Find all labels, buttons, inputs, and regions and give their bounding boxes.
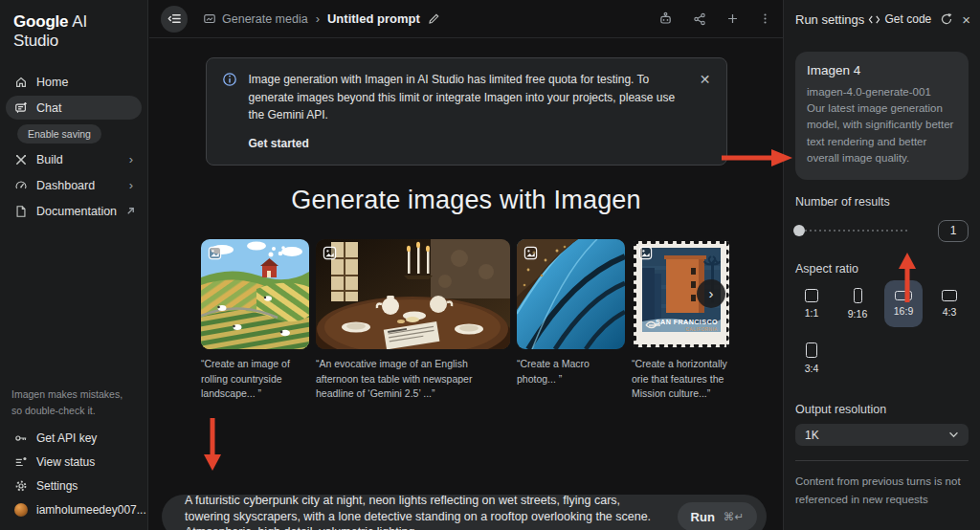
gallery-next-button[interactable]: › <box>697 279 725 308</box>
sidebar-item-label: Documentation <box>36 205 117 218</box>
main-area: Generate media › Untitled prompt <box>149 0 783 530</box>
account-button[interactable]: iamholumeedey007... <box>6 498 142 520</box>
results-value-input[interactable] <box>938 220 969 242</box>
user-avatar <box>14 503 28 517</box>
number-of-results-label: Number of results <box>795 195 969 209</box>
breadcrumb-section-label: Generate media <box>222 12 308 26</box>
home-icon <box>14 76 28 89</box>
key-icon <box>14 431 28 445</box>
get-started-link[interactable]: Get started <box>249 137 309 150</box>
banner-close-icon[interactable]: ✕ <box>698 71 713 151</box>
output-resolution-select[interactable]: 1K <box>795 424 969 446</box>
results-slider[interactable] <box>795 230 910 232</box>
model-id: imagen-4.0-generate-001 <box>807 86 957 98</box>
tea-table-photo <box>316 239 510 349</box>
breadcrumb-separator: › <box>316 11 320 26</box>
aspect-3-4-icon <box>806 342 817 358</box>
aspect-1-1-icon <box>805 289 818 302</box>
collapse-sidebar-button[interactable] <box>161 6 188 33</box>
settings-button[interactable]: Settings <box>6 475 142 497</box>
info-icon <box>222 72 237 87</box>
sidebar-item-documentation[interactable]: Documentation <box>6 199 142 223</box>
model-disclaimer: Imagen makes mistakes, so double-check i… <box>11 386 136 419</box>
aspect-4-3-icon <box>942 290 957 301</box>
enable-saving-button[interactable]: Enable saving <box>17 124 101 144</box>
get-api-key-button[interactable]: Get API key <box>6 427 142 449</box>
aspect-16-9-icon <box>895 291 912 300</box>
breadcrumb: Generate media › Untitled prompt <box>203 11 440 26</box>
brand-google: Google <box>13 12 68 31</box>
model-name: Imagen 4 <box>807 63 957 77</box>
add-icon[interactable] <box>726 12 739 25</box>
code-icon <box>868 14 880 25</box>
aspect-ratio-options: 1:1 9:16 16:9 4:3 3:4 <box>792 280 980 382</box>
example-caption: “An evocative image of an English aftern… <box>316 357 510 402</box>
prompt-title: Untitled prompt <box>327 11 420 26</box>
banner-message: Image generation with Imagen in AI Studi… <box>249 71 686 124</box>
example-gallery: SAN FRANCISCO CALIFORNIA › <box>149 239 783 349</box>
example-caption: “Create a Macro photog... ” <box>517 357 625 402</box>
run-button[interactable]: Run ⌘↵ <box>678 502 757 530</box>
build-tools-icon <box>14 153 28 166</box>
sidebar-item-build[interactable]: Build › <box>6 147 142 171</box>
example-card-countryside[interactable] <box>201 239 309 349</box>
output-resolution-label: Output resolution <box>795 403 969 416</box>
sidebar-item-label: Chat <box>36 101 61 115</box>
aspect-ratio-label: Aspect ratio <box>795 262 969 276</box>
run-settings-panel: Run settings Get code × Imagen 4 imagen-… <box>783 0 980 530</box>
more-options-icon[interactable] <box>759 12 771 25</box>
collapse-sidebar-icon <box>167 11 182 26</box>
quota-banner: Image generation with Imagen in AI Studi… <box>206 57 727 166</box>
get-code-label: Get code <box>885 12 932 26</box>
robot-icon[interactable] <box>658 11 673 26</box>
brand-logo[interactable]: GoogleAI Studio <box>0 0 147 60</box>
share-icon[interactable] <box>693 12 706 26</box>
chevron-right-icon: › <box>709 285 714 301</box>
view-status-button[interactable]: View status <box>6 451 142 473</box>
sidebar-item-home[interactable]: Home <box>6 70 142 94</box>
gear-icon <box>14 479 28 493</box>
media-icon <box>203 12 216 26</box>
prompt-input-bar[interactable]: A futuristic cyberpunk city at night, ne… <box>162 495 767 530</box>
aspect-option-16-9-selected[interactable]: 16:9 <box>884 280 923 327</box>
model-description: Our latest image generation model, with … <box>807 100 957 166</box>
aspect-9-16-icon <box>854 288 862 303</box>
context-note: Content from previous turns is not refer… <box>795 473 967 509</box>
reset-settings-icon[interactable] <box>940 12 953 26</box>
breadcrumb-generate-media[interactable]: Generate media <box>203 12 308 26</box>
svg-text:CALIFORNIA: CALIFORNIA <box>685 326 718 331</box>
add-media-icon <box>323 246 337 260</box>
external-link-icon <box>125 206 136 216</box>
sidebar-footer: Get API key View status Settings iamholu… <box>0 427 147 530</box>
add-media-icon <box>208 246 222 260</box>
results-slider-thumb[interactable] <box>793 225 805 236</box>
chevron-right-icon: › <box>129 152 133 166</box>
get-code-button[interactable]: Get code <box>868 12 932 26</box>
sidebar-item-label: Home <box>36 76 68 89</box>
ai-studio-app: GoogleAI Studio Home Chat Enable saving … <box>0 0 980 530</box>
main-content: Image generation with Imagen in AI Studi… <box>149 57 783 530</box>
example-card-tea-table[interactable] <box>316 239 510 349</box>
sidebar: GoogleAI Studio Home Chat Enable saving … <box>0 0 148 530</box>
chat-icon <box>14 101 28 115</box>
run-settings-header: Run settings Get code × <box>784 0 980 38</box>
footer-item-label: Get API key <box>36 431 97 445</box>
example-caption: “Create a horizontally orie that feature… <box>632 357 731 402</box>
prompt-input[interactable]: A futuristic cyberpunk city at night, ne… <box>185 493 678 530</box>
sidebar-item-chat[interactable]: Chat <box>6 96 142 120</box>
run-settings-title: Run settings <box>795 12 864 27</box>
output-resolution-value: 1K <box>805 429 819 442</box>
footer-item-label: Settings <box>36 479 78 493</box>
topbar-actions <box>658 11 771 26</box>
aspect-option-9-16[interactable]: 9:16 <box>838 280 877 327</box>
top-bar: Generate media › Untitled prompt <box>149 0 783 38</box>
close-panel-icon[interactable]: × <box>962 12 970 27</box>
aspect-option-4-3[interactable]: 4:3 <box>930 280 969 327</box>
example-card-stamp[interactable]: SAN FRANCISCO CALIFORNIA › <box>632 239 731 349</box>
sidebar-item-dashboard[interactable]: Dashboard › <box>6 173 142 197</box>
aspect-option-3-4[interactable]: 3:4 <box>792 335 831 382</box>
model-card[interactable]: Imagen 4 imagen-4.0-generate-001 Our lat… <box>795 52 969 180</box>
edit-pencil-icon[interactable] <box>428 12 440 25</box>
aspect-option-1-1[interactable]: 1:1 <box>792 280 831 327</box>
example-card-butterfly-macro[interactable] <box>517 239 625 349</box>
